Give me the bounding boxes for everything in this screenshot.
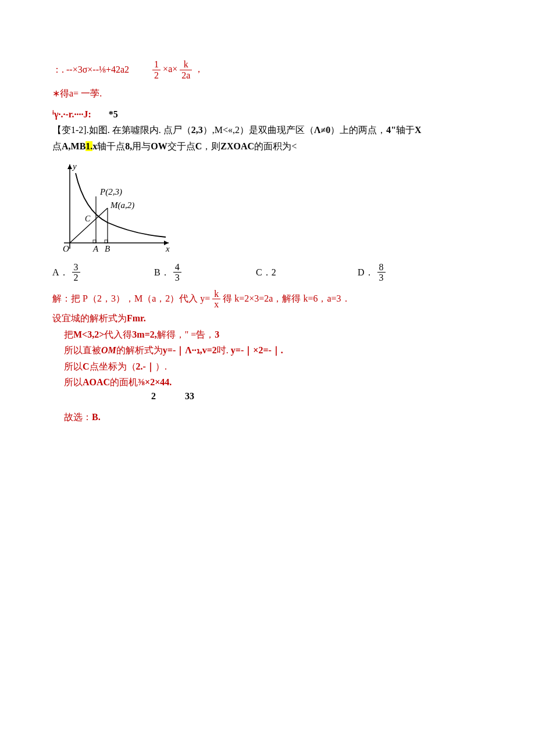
solution-line6: 所以AOAC的面机⅜×2×44. [52, 375, 483, 390]
option-c: C．2 [256, 262, 358, 283]
top-line2: ∗得a= 一荸. [52, 86, 483, 101]
svg-text:y: y [72, 162, 77, 171]
solution-line2: 设宜城的解析式为Fmr. [52, 311, 483, 326]
solution-line6b: 2 33 [52, 389, 483, 404]
svg-text:C: C [85, 214, 91, 223]
options-row: A． 3 2 B． 4 3 C．2 D． 8 3 [52, 262, 459, 283]
option-b: B． 4 3 [154, 262, 256, 283]
svg-line-6 [70, 208, 108, 243]
solution-line1: 解：把 P（2，3），M（a，2）代入 y= k x 得 k=2×3=2a，解得… [52, 289, 483, 310]
frac-k2a: k 2a [180, 59, 192, 80]
solution-line7: 故选：B. [52, 410, 483, 425]
svg-text:B: B [105, 244, 110, 253]
eq-right: 1 2 ×a× k 2a ， [152, 59, 204, 80]
svg-text:M(a,2): M(a,2) [110, 200, 134, 210]
svg-text:x: x [165, 244, 170, 253]
option-d: D． 8 3 [358, 262, 459, 283]
top-equation-row: ：. --×3σ×--⅛+42a2 1 2 ×a× k 2a ， [52, 59, 483, 80]
option-a: A． 3 2 [52, 262, 154, 283]
problem-line2: 点A,MB1.x轴干点8,用与OW交于点C，则ZXOAC的面积为< [52, 139, 483, 154]
eq-left: ：. --×3σ×--⅛+42a2 [52, 62, 129, 77]
solution-line4: 所以直被OM的解析式为y=-｜Λ··₁,v=2吋. y=-｜×2=-｜. [52, 343, 483, 358]
hyperbola-graph: y P(2,3) M(a,2) C O A B x [52, 159, 174, 257]
solution-line3: 把M<3,2>代入得3m=2,解得，" =告，3 [52, 327, 483, 342]
top-line3: ⁱγ·.·-r.····J: [52, 107, 91, 122]
svg-text:A: A [92, 244, 99, 253]
svg-marker-3 [67, 164, 72, 169]
svg-text:O: O [63, 244, 69, 253]
top-line3-row: ⁱγ·.·-r.····J: *5 [52, 107, 483, 122]
problem-tag: 【变1-2]. [52, 125, 89, 135]
frac-half: 1 2 [152, 59, 160, 80]
top-line3b: *5 [109, 107, 118, 122]
svg-text:P(2,3): P(2,3) [99, 187, 122, 197]
solution-line5: 所以C点坐标为（2.-｜）. [52, 359, 483, 374]
problem-line1: 【变1-2].如图. 在第噓限内. 点尸（2,3）,M<«,2）是双曲现产区（Λ… [52, 123, 483, 138]
